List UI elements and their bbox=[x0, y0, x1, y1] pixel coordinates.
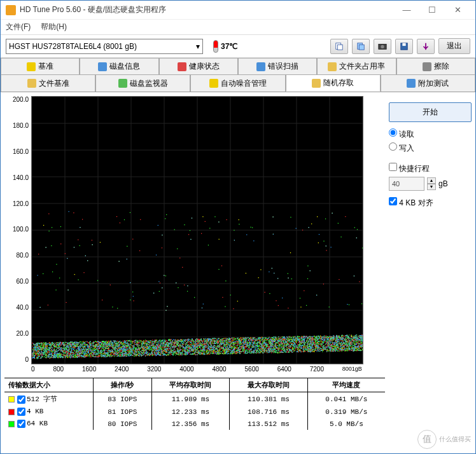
scatter-plot bbox=[31, 96, 363, 364]
svg-rect-3 bbox=[359, 45, 364, 50]
spinner-arrows[interactable]: ▲▼ bbox=[427, 177, 436, 190]
minimize-button[interactable]: — bbox=[394, 1, 419, 19]
y-axis-label: ms bbox=[34, 95, 42, 102]
short-stroke-value[interactable] bbox=[389, 177, 424, 191]
window-title: HD Tune Pro 5.60 - 硬盘/固态硬盘实用程序 bbox=[20, 4, 394, 15]
tab-label: 文件夹占用率 bbox=[339, 61, 385, 72]
app-logo-icon bbox=[6, 5, 16, 15]
tab-基准[interactable]: 基准 bbox=[1, 58, 80, 74]
copy-image-button[interactable] bbox=[352, 39, 370, 54]
svg-rect-7 bbox=[402, 43, 405, 45]
tab-自动噪音管理[interactable]: 自动噪音管理 bbox=[190, 74, 285, 92]
menu-help[interactable]: 帮助(H) bbox=[41, 22, 67, 32]
svg-point-5 bbox=[381, 45, 384, 48]
tab-label: 错误扫描 bbox=[268, 61, 298, 72]
series-color-icon bbox=[8, 421, 15, 427]
tab-擦除[interactable]: 擦除 bbox=[396, 58, 475, 74]
series-checkbox[interactable] bbox=[17, 420, 25, 428]
options-button[interactable] bbox=[417, 39, 435, 54]
tab-label: 自动噪音管理 bbox=[221, 78, 267, 89]
short-stroke-checkbox[interactable]: 快捷行程 bbox=[389, 163, 472, 174]
save-button[interactable] bbox=[395, 39, 413, 54]
folder-icon bbox=[328, 62, 337, 71]
col-header: 平均速度 bbox=[307, 378, 385, 392]
tab-label: 随机存取 bbox=[323, 78, 354, 88]
col-header: 操作/秒 bbox=[93, 378, 151, 392]
tab-健康状态[interactable]: 健康状态 bbox=[159, 58, 238, 74]
svg-rect-1 bbox=[337, 45, 342, 50]
write-radio[interactable]: 写入 bbox=[389, 142, 472, 154]
col-header: 最大存取时间 bbox=[230, 378, 308, 392]
tab-label: 附加测试 bbox=[418, 78, 449, 89]
extra-icon bbox=[407, 79, 416, 88]
col-header: 平均存取时间 bbox=[151, 378, 229, 392]
tab-label: 磁盘信息 bbox=[109, 61, 140, 72]
copy-text-button[interactable] bbox=[330, 39, 348, 54]
drive-select[interactable]: HGST HUS728T8TALE6L4 (8001 gB) ▾ bbox=[6, 39, 203, 54]
tab-错误扫描[interactable]: 错误扫描 bbox=[238, 58, 317, 74]
drive-select-value: HGST HUS728T8TALE6L4 (8001 gB) bbox=[9, 42, 137, 51]
aam-icon bbox=[209, 79, 218, 88]
menubar: 文件(F) 帮助(H) bbox=[1, 20, 475, 35]
tab-附加测试[interactable]: 附加测试 bbox=[381, 74, 475, 92]
side-panel: 开始 读取 写入 快捷行程 ▲▼ gB 4 KB 对齐 bbox=[389, 96, 472, 450]
chart-area: ms 200.0180.0160.0140.0120.0100.080.060.… bbox=[4, 96, 385, 373]
table-row: 512 字节83 IOPS11.989 ms110.381 ms0.041 MB… bbox=[4, 392, 385, 406]
tab-文件夹占用率[interactable]: 文件夹占用率 bbox=[317, 58, 396, 74]
titlebar: HD Tune Pro 5.60 - 硬盘/固态硬盘实用程序 — ☐ ✕ bbox=[1, 1, 475, 20]
y-axis-ticks: 200.0180.0160.0140.0120.0100.080.060.040… bbox=[4, 96, 31, 363]
tab-label: 文件基准 bbox=[39, 78, 69, 89]
tab-label: 健康状态 bbox=[189, 61, 220, 72]
watermark: 值 什么值得买 bbox=[417, 430, 471, 449]
temperature-value: 37℃ bbox=[221, 42, 237, 51]
tab-文件基准[interactable]: 文件基准 bbox=[1, 74, 95, 92]
benchmark-icon bbox=[27, 62, 36, 71]
content-area: ms 200.0180.0160.0140.0120.0100.080.060.… bbox=[1, 92, 475, 453]
exit-button[interactable]: 退出 bbox=[438, 38, 470, 54]
random-icon bbox=[312, 79, 321, 88]
filebench-icon bbox=[27, 79, 36, 88]
errorscan-icon bbox=[256, 62, 265, 71]
diskinfo-icon bbox=[98, 62, 107, 71]
short-stroke-unit: gB bbox=[438, 179, 448, 188]
close-button[interactable]: ✕ bbox=[445, 1, 470, 19]
tabs: 基准磁盘信息健康状态错误扫描文件夹占用率擦除 文件基准磁盘监视器自动噪音管理随机… bbox=[1, 58, 475, 92]
results-table: 传输数据大小操作/秒平均存取时间最大存取时间平均速度 512 字节83 IOPS… bbox=[4, 378, 385, 430]
series-color-icon bbox=[8, 396, 15, 402]
temperature-display: 37℃ bbox=[213, 40, 237, 53]
series-checkbox[interactable] bbox=[17, 396, 25, 404]
series-checkbox[interactable] bbox=[17, 408, 25, 416]
tab-label: 擦除 bbox=[434, 61, 449, 72]
erase-icon bbox=[423, 62, 431, 71]
maximize-button[interactable]: ☐ bbox=[419, 1, 445, 19]
series-color-icon bbox=[8, 409, 15, 415]
menu-file[interactable]: 文件(F) bbox=[6, 22, 31, 32]
chevron-down-icon: ▾ bbox=[196, 42, 200, 51]
tab-磁盘信息[interactable]: 磁盘信息 bbox=[80, 58, 158, 74]
tab-label: 基准 bbox=[38, 61, 53, 72]
app-window: HD Tune Pro 5.60 - 硬盘/固态硬盘实用程序 — ☐ ✕ 文件(… bbox=[0, 0, 476, 454]
tab-磁盘监视器[interactable]: 磁盘监视器 bbox=[95, 74, 190, 92]
table-row: 64 KB80 IOPS12.356 ms113.512 ms5.0 MB/s bbox=[4, 418, 385, 430]
x-axis-ticks: 0800160024003200400048005600640072008001… bbox=[31, 364, 362, 373]
screenshot-button[interactable] bbox=[374, 39, 391, 54]
table-row: 4 KB81 IOPS12.233 ms108.716 ms0.319 MB/s bbox=[4, 406, 385, 418]
start-button[interactable]: 开始 bbox=[389, 102, 472, 122]
tab-label: 磁盘监视器 bbox=[130, 78, 168, 89]
thermometer-icon bbox=[213, 40, 218, 53]
toolbar: HGST HUS728T8TALE6L4 (8001 gB) ▾ 37℃ 退出 bbox=[1, 35, 475, 58]
monitor-icon bbox=[118, 79, 127, 88]
align-checkbox[interactable]: 4 KB 对齐 bbox=[389, 197, 472, 209]
tab-随机存取[interactable]: 随机存取 bbox=[286, 74, 381, 92]
col-header: 传输数据大小 bbox=[4, 378, 93, 392]
read-radio[interactable]: 读取 bbox=[389, 128, 472, 140]
health-icon bbox=[178, 62, 186, 71]
